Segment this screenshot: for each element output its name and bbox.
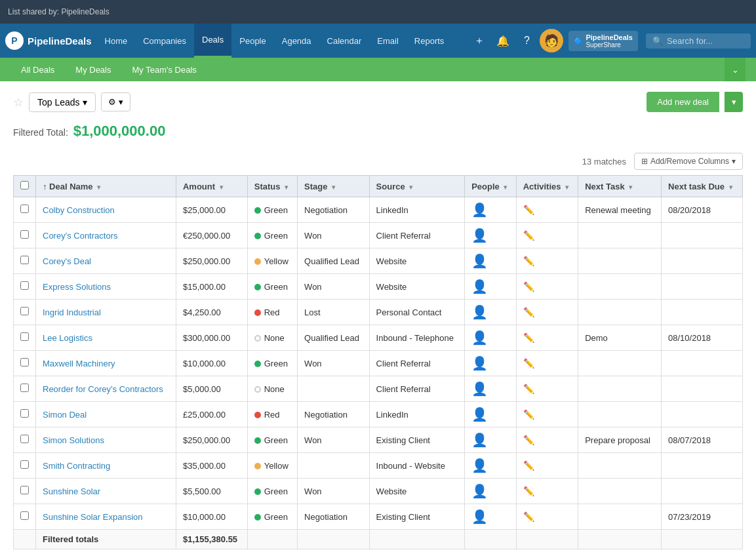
search-icon: 🔍 bbox=[652, 36, 663, 46]
people-icon[interactable]: 👤 bbox=[471, 458, 488, 473]
add-deal-dropdown-button[interactable]: ▾ bbox=[725, 92, 743, 112]
people-icon[interactable]: 👤 bbox=[471, 330, 488, 346]
deal-name-link[interactable]: Sunshine Solar Expansion bbox=[43, 512, 143, 522]
people-icon[interactable]: 👤 bbox=[471, 432, 488, 448]
search-box[interactable]: 🔍 Search for... bbox=[646, 33, 751, 49]
avatar-btn[interactable]: 🧑 bbox=[540, 29, 563, 52]
edit-activity-icon[interactable]: ✏️ bbox=[523, 281, 534, 292]
col-activities[interactable]: Activities ▾ bbox=[516, 176, 578, 197]
edit-activity-icon[interactable]: ✏️ bbox=[523, 205, 534, 215]
deals-subnav-chevron[interactable]: ⌄ bbox=[725, 58, 746, 81]
status-dot bbox=[254, 207, 261, 214]
people-icon[interactable]: 👤 bbox=[471, 228, 488, 243]
col-amount[interactable]: Amount ▾ bbox=[176, 176, 247, 197]
deal-name-link[interactable]: Express Solutions bbox=[43, 282, 111, 292]
deal-name-link[interactable]: Simon Deal bbox=[43, 410, 87, 420]
stage-cell bbox=[298, 376, 370, 402]
deal-name-link[interactable]: Ingrid Industrial bbox=[43, 307, 101, 317]
edit-activity-icon[interactable]: ✏️ bbox=[523, 307, 534, 317]
row-checkbox[interactable] bbox=[20, 409, 29, 418]
people-icon[interactable]: 👤 bbox=[471, 381, 488, 397]
select-all-header[interactable] bbox=[14, 176, 36, 197]
nav-people[interactable]: People bbox=[231, 24, 273, 58]
next-task-cell bbox=[578, 504, 662, 530]
settings-btn[interactable]: ⚙ ▾ bbox=[101, 92, 130, 111]
col-next-task[interactable]: Next Task ▾ bbox=[578, 176, 662, 197]
edit-activity-icon[interactable]: ✏️ bbox=[523, 358, 534, 368]
deals-tab-team[interactable]: My Team's Deals bbox=[121, 58, 207, 81]
row-checkbox[interactable] bbox=[20, 460, 29, 469]
edit-activity-icon[interactable]: ✏️ bbox=[523, 409, 534, 420]
edit-activity-icon[interactable]: ✏️ bbox=[523, 230, 534, 241]
people-icon[interactable]: 👤 bbox=[471, 279, 488, 294]
col-status[interactable]: Status ▾ bbox=[247, 176, 297, 197]
row-checkbox[interactable] bbox=[20, 205, 29, 213]
people-icon[interactable]: 👤 bbox=[471, 509, 488, 524]
add-icon-btn[interactable]: ＋ bbox=[469, 30, 490, 51]
col-deal-name[interactable]: ↑ Deal Name ▾ bbox=[36, 176, 176, 197]
col-next-task-due[interactable]: Next task Due ▾ bbox=[662, 176, 743, 197]
status-dot bbox=[254, 284, 261, 290]
main-content: ☆ Top Leads ▾ ⚙ ▾ Add new deal ▾ Filtere… bbox=[0, 81, 756, 554]
col-source[interactable]: Source ▾ bbox=[369, 176, 465, 197]
deal-name-link[interactable]: Maxwell Machinery bbox=[43, 359, 115, 368]
nav-email[interactable]: Email bbox=[369, 24, 407, 58]
people-icon[interactable]: 👤 bbox=[471, 253, 488, 269]
matches-count: 13 matches bbox=[582, 157, 626, 167]
edit-activity-icon[interactable]: ✏️ bbox=[523, 332, 534, 343]
deal-name-link[interactable]: Smith Contracting bbox=[43, 461, 110, 471]
deals-tab-my[interactable]: My Deals bbox=[65, 58, 121, 81]
nav-agenda[interactable]: Agenda bbox=[274, 24, 319, 58]
row-checkbox[interactable] bbox=[20, 256, 29, 264]
select-all-checkbox[interactable] bbox=[20, 181, 29, 189]
table-row: Sunshine Solar Expansion$10,000.00GreenN… bbox=[14, 504, 743, 530]
row-checkbox[interactable] bbox=[20, 230, 29, 239]
row-checkbox[interactable] bbox=[20, 435, 29, 443]
deal-name-link[interactable]: Corey's Deal bbox=[43, 256, 91, 266]
row-checkbox[interactable] bbox=[20, 281, 29, 290]
edit-activity-icon[interactable]: ✏️ bbox=[523, 511, 534, 522]
add-deal-button[interactable]: Add new deal bbox=[647, 92, 719, 112]
nav-home[interactable]: Home bbox=[97, 24, 136, 58]
row-checkbox-cell bbox=[14, 223, 36, 248]
row-checkbox[interactable] bbox=[20, 332, 29, 341]
edit-activity-icon[interactable]: ✏️ bbox=[523, 460, 534, 471]
nav-deals[interactable]: Deals bbox=[194, 24, 231, 58]
row-checkbox[interactable] bbox=[20, 307, 29, 315]
edit-activity-icon[interactable]: ✏️ bbox=[523, 435, 534, 445]
edit-activity-icon[interactable]: ✏️ bbox=[523, 486, 534, 496]
col-people[interactable]: People ▾ bbox=[465, 176, 517, 197]
row-checkbox[interactable] bbox=[20, 384, 29, 392]
row-checkbox[interactable] bbox=[20, 486, 29, 494]
nav-calendar[interactable]: Calendar bbox=[319, 24, 370, 58]
people-icon[interactable]: 👤 bbox=[471, 406, 488, 422]
help-icon-btn[interactable]: ? bbox=[516, 30, 537, 51]
people-icon[interactable]: 👤 bbox=[471, 202, 488, 218]
edit-activity-icon[interactable]: ✏️ bbox=[523, 384, 534, 394]
deal-name-link[interactable]: Colby Construction bbox=[43, 205, 115, 215]
deal-name-link[interactable]: Sunshine Solar bbox=[43, 486, 100, 496]
next-task-due-cell bbox=[662, 351, 743, 376]
list-selector[interactable]: Top Leads ▾ bbox=[29, 92, 96, 112]
row-checkbox[interactable] bbox=[20, 511, 29, 520]
nav-reports[interactable]: Reports bbox=[407, 24, 452, 58]
settings-chevron: ▾ bbox=[119, 97, 123, 107]
add-remove-columns-button[interactable]: ⊞ Add/Remove Columns ▾ bbox=[634, 153, 743, 170]
people-icon[interactable]: 👤 bbox=[471, 304, 488, 320]
row-checkbox[interactable] bbox=[20, 358, 29, 366]
deal-name-link[interactable]: Simon Solutions bbox=[43, 435, 104, 445]
col-stage[interactable]: Stage ▾ bbox=[298, 176, 370, 197]
favorite-star[interactable]: ☆ bbox=[13, 95, 24, 109]
deal-name-link[interactable]: Lee Logistics bbox=[43, 333, 92, 343]
notifications-icon-btn[interactable]: 🔔 bbox=[492, 30, 513, 51]
deal-name-link[interactable]: Reorder for Corey's Contractors bbox=[43, 384, 163, 394]
nav-companies[interactable]: Companies bbox=[135, 24, 194, 58]
people-icon[interactable]: 👤 bbox=[471, 483, 488, 499]
people-icon[interactable]: 👤 bbox=[471, 355, 488, 371]
deals-tab-all[interactable]: All Deals bbox=[10, 58, 65, 81]
deal-name-link[interactable]: Corey's Contractors bbox=[43, 231, 117, 241]
col-deal-name-chevron: ▾ bbox=[97, 184, 100, 191]
edit-activity-icon[interactable]: ✏️ bbox=[523, 256, 534, 266]
super-share-btn[interactable]: 🔷 PipelineDeals SuperShare bbox=[568, 31, 638, 51]
brand-logo[interactable]: P PipelineDeals bbox=[5, 31, 92, 50]
